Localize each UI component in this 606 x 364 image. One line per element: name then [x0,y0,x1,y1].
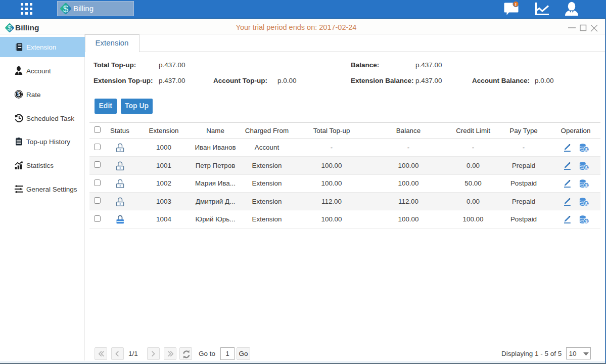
svg-text:!: ! [515,2,517,7]
svg-text:$: $ [63,4,69,14]
